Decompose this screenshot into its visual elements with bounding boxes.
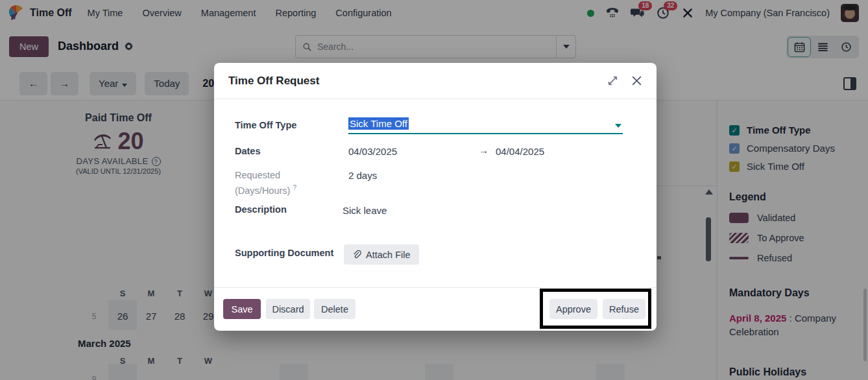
time-off-request-dialog: Time Off Request Time Off Type Sick Time… <box>214 63 657 331</box>
dates-field-label: Dates <box>235 146 261 156</box>
description-value[interactable]: Sick leave <box>343 205 387 216</box>
expand-dialog-icon[interactable] <box>607 75 618 86</box>
paperclip-icon <box>352 250 361 259</box>
attach-file-button[interactable]: Attach File <box>344 244 419 265</box>
chevron-down-icon <box>615 124 621 128</box>
supporting-document-label: Supporting Document <box>235 248 333 258</box>
discard-button[interactable]: Discard <box>266 299 310 319</box>
selected-type-value: Sick Time Off <box>348 117 409 130</box>
save-button[interactable]: Save <box>223 299 261 319</box>
arrow-right-icon: → <box>479 145 488 156</box>
help-icon: ? <box>293 184 296 191</box>
requested-duration-value: 2 days <box>348 170 377 181</box>
type-field-label: Time Off Type <box>235 120 296 130</box>
divider <box>214 287 657 288</box>
description-field-label: Description <box>235 204 287 215</box>
approve-button[interactable]: Approve <box>549 299 597 319</box>
refuse-button[interactable]: Refuse <box>603 299 645 319</box>
close-icon[interactable] <box>631 75 642 86</box>
delete-button[interactable]: Delete <box>314 299 356 319</box>
date-to-input[interactable]: 04/04/2025 <box>496 146 544 157</box>
dialog-title: Time Off Request <box>228 75 319 88</box>
requested-label-line1: Requested <box>235 170 280 180</box>
requested-label-line2: (Days/Hours) ? <box>235 184 296 196</box>
date-from-input[interactable]: 04/03/2025 <box>348 146 397 157</box>
time-off-type-select[interactable]: Sick Time Off <box>348 117 623 134</box>
